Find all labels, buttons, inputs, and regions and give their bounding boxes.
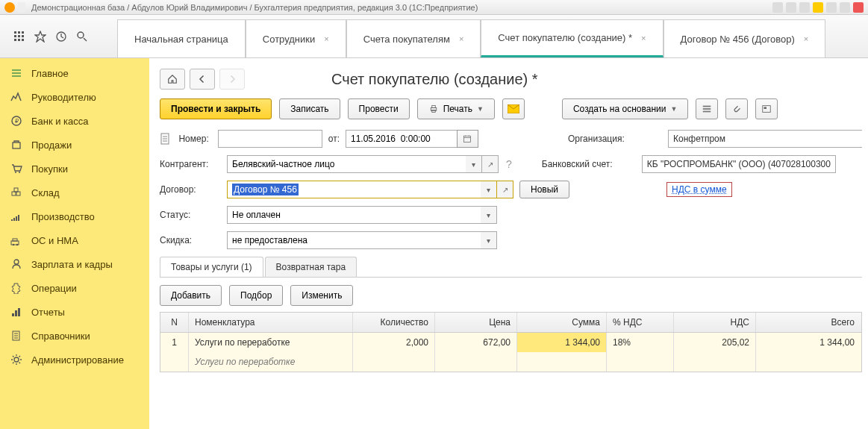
link-icon[interactable]	[826, 2, 837, 13]
counterparty-label: Контрагент:	[160, 159, 224, 169]
bank-input[interactable]	[642, 155, 836, 173]
contract-label: Договор:	[160, 184, 206, 195]
new-button[interactable]: Новый	[519, 181, 569, 198]
tab-goods[interactable]: Товары и услуги (1)	[160, 257, 263, 277]
table-header[interactable]: N	[160, 313, 189, 332]
pick-button[interactable]: Подбор	[229, 285, 283, 306]
tab-invoices[interactable]: Счета покупателям×	[346, 19, 481, 57]
svg-rect-27	[13, 239, 17, 241]
table-header[interactable]: % НДС	[607, 313, 674, 332]
svg-rect-32	[15, 310, 17, 316]
post-close-button[interactable]: Провести и закрыть	[160, 98, 272, 119]
status-input[interactable]	[227, 206, 481, 224]
sidebar-item-assets[interactable]: ОС и НМА	[0, 228, 149, 252]
create-based-button[interactable]: Создать на основании▼	[562, 98, 688, 119]
sidebar-item-main[interactable]: Главное	[0, 61, 149, 85]
star-icon[interactable]	[813, 2, 823, 13]
back-button[interactable]	[190, 69, 215, 90]
dropdown-icon[interactable]	[18, 2, 25, 13]
dropdown-icon[interactable]: ▾	[481, 181, 497, 198]
favorite-icon[interactable]	[34, 31, 46, 43]
svg-rect-20	[16, 192, 20, 195]
table-row-detail[interactable]: Услуги по переработке	[160, 352, 861, 372]
table-header[interactable]: Количество	[353, 313, 435, 332]
list-icon-button[interactable]	[696, 98, 718, 119]
sidebar-item-salary[interactable]: Зарплата и кадры	[0, 252, 149, 276]
table-header[interactable]: Всего	[756, 313, 861, 332]
attachment-button[interactable]	[725, 98, 748, 119]
org-input[interactable]	[668, 130, 862, 148]
add-button[interactable]: Добавить	[160, 285, 222, 306]
discount-input[interactable]	[227, 231, 481, 249]
forward-button[interactable]	[219, 69, 245, 90]
svg-point-17	[15, 172, 16, 173]
document-icon[interactable]	[786, 2, 796, 13]
close-icon[interactable]: ×	[804, 34, 808, 43]
sidebar-item-bank[interactable]: ₽Банк и касса	[0, 109, 149, 133]
svg-rect-16	[13, 143, 20, 148]
calendar-icon[interactable]	[853, 2, 864, 13]
sidebar-item-warehouse[interactable]: Склад	[0, 181, 149, 204]
print-icon[interactable]	[772, 2, 783, 13]
tab-invoice-create[interactable]: Счет покупателю (создание) *×	[481, 19, 663, 57]
close-icon[interactable]: ×	[459, 34, 463, 43]
svg-rect-4	[18, 35, 20, 37]
svg-rect-8	[22, 39, 24, 41]
close-icon[interactable]: ×	[324, 34, 328, 43]
dropdown-icon[interactable]: ▾	[466, 155, 482, 173]
sidebar-item-operations[interactable]: Операции	[0, 276, 149, 300]
app-icon	[4, 2, 15, 13]
sidebar-item-reports[interactable]: Отчеты	[0, 300, 149, 324]
svg-rect-11	[12, 69, 21, 71]
svg-rect-6	[14, 39, 16, 41]
dropdown-icon[interactable]: ▾	[481, 206, 497, 224]
sidebar-item-catalogs[interactable]: Справочники	[0, 324, 149, 348]
dropdown-icon[interactable]: ▾	[481, 231, 497, 249]
svg-point-29	[16, 244, 18, 245]
status-label: Статус:	[160, 210, 206, 220]
calendar-button[interactable]	[457, 130, 478, 148]
calendar-icon	[463, 134, 472, 143]
counterparty-input[interactable]	[227, 155, 466, 173]
titlebar: Демонстрационная база / Абдулов Юрий Вла…	[0, 0, 868, 15]
print-button[interactable]: Печать▼	[417, 98, 495, 119]
save-button[interactable]: Записать	[279, 98, 340, 119]
sidebar-item-sales[interactable]: Продажи	[0, 133, 149, 157]
table-row[interactable]: 1 Услуги по переработке 2,000 672,00 1 3…	[160, 333, 861, 352]
discount-label: Скидка:	[160, 235, 206, 245]
tab-contract[interactable]: Договор № 456 (Договор)×	[664, 19, 826, 57]
sidebar-item-admin[interactable]: Администрирование	[0, 348, 149, 372]
open-icon[interactable]: ↗	[482, 155, 499, 173]
tab-tare[interactable]: Возвратная тара	[265, 257, 357, 277]
sidebar-item-purchase[interactable]: Покупки	[0, 157, 149, 181]
table-header[interactable]: Цена	[435, 313, 517, 332]
open-icon[interactable]: ↗	[497, 181, 513, 198]
apps-icon[interactable]	[13, 31, 25, 43]
vat-mode-link[interactable]: НДС в сумме	[666, 182, 732, 197]
svg-rect-33	[18, 308, 20, 316]
svg-rect-42	[703, 111, 711, 113]
card-icon-button[interactable]	[755, 98, 778, 119]
close-icon[interactable]: ×	[641, 34, 646, 43]
table-header[interactable]: Сумма	[517, 313, 607, 332]
post-button[interactable]: Провести	[348, 98, 410, 119]
email-button[interactable]	[502, 98, 525, 119]
tab-bar: Начальная страница Сотрудники× Счета пок…	[117, 15, 868, 57]
table-header[interactable]: НДС	[674, 313, 756, 332]
table-header[interactable]: Номенклатура	[189, 313, 353, 332]
tab-start[interactable]: Начальная страница	[117, 19, 246, 57]
calc-icon[interactable]	[840, 2, 850, 13]
number-input[interactable]	[218, 130, 322, 148]
help-icon[interactable]: ?	[506, 158, 512, 170]
contract-input[interactable]: Договор № 456	[227, 181, 481, 198]
edit-button[interactable]: Изменить	[290, 285, 353, 306]
sidebar-item-manager[interactable]: Руководителю	[0, 85, 149, 109]
copy-icon[interactable]	[799, 2, 810, 13]
history-icon[interactable]	[55, 31, 67, 43]
bank-label: Банковский счет:	[542, 159, 639, 169]
tab-employees[interactable]: Сотрудники×	[246, 19, 346, 57]
home-button[interactable]	[160, 69, 185, 90]
sidebar-item-production[interactable]: Производство	[0, 204, 149, 228]
search-icon[interactable]	[76, 31, 88, 43]
date-input[interactable]	[346, 130, 458, 148]
